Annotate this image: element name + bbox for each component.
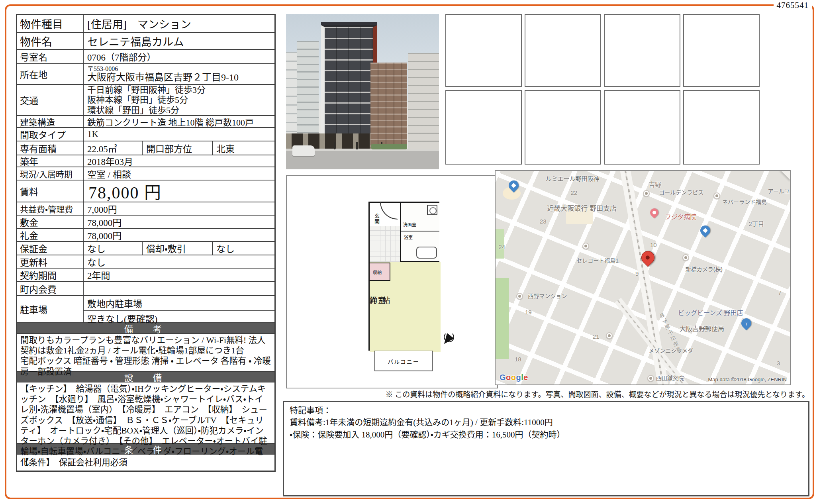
map-label: 新橋カメラ(株): [686, 265, 723, 273]
photo-building-shape: [370, 63, 407, 149]
field-type-value: [住居用] マンション: [84, 15, 274, 32]
table-row: 間取タイプ 1K: [17, 128, 274, 141]
table-row: 物件種目 [住居用] マンション: [17, 15, 274, 33]
map-block-number: 21: [593, 333, 600, 340]
address-text: 大阪府大阪市福島区吉野２丁目9-10: [87, 73, 239, 82]
remarks-paragraph: 間取りもカラープランも豊富なバリエーション / Wi-Fi無料! 法人契約は敷金…: [20, 335, 271, 356]
table-row: 所在地 〒553-0006 大阪府大阪市福島区吉野２丁目9-10: [17, 64, 274, 85]
map-label: 西野マンション: [528, 292, 567, 300]
field-access-value: 千日前線「野田阪神」徒歩3分 阪神本線「野田」徒歩5分 環状線「野田」徒歩5分: [84, 85, 274, 115]
closet-label: 収納: [373, 269, 382, 275]
map-attribution: Map data ©2018 Google, ZENRIN: [708, 377, 787, 382]
map-block-number: 9: [635, 270, 639, 277]
door-swing-icon: [380, 202, 398, 220]
field-parking-label: 駐車場: [17, 296, 84, 322]
field-built-value: 2018年03月: [84, 155, 274, 167]
conditions-text: 【条件】 保証会社利用必須: [17, 455, 274, 471]
field-keymoney-label: 礼金: [17, 229, 84, 241]
special-notes-line: 賃料備考:1年未満の短期違約金有(共込みの1ヶ月) / 更新手数料:11000円: [290, 416, 803, 428]
field-address-value: 〒553-0006 大阪府大阪市福島区吉野２丁目9-10: [84, 64, 274, 84]
washing-machine-icon: [427, 205, 437, 215]
photo-van: [292, 145, 315, 156]
table-row: 町内会費: [17, 282, 274, 296]
table-row: 保証金 なし 償却・敷引 なし: [17, 242, 274, 255]
table-row: 物件名 セレニテ福島カルム: [17, 33, 274, 50]
balcony-label: バルコニー: [375, 357, 432, 365]
map-label: 大阪吉野郵便局: [680, 324, 724, 333]
room-label-line: 約7帖: [370, 296, 391, 306]
table-row: 礼金 78,000円: [17, 229, 274, 242]
field-renewal-value: なし: [84, 255, 274, 268]
building-photo: [286, 14, 439, 169]
photo-placeholder-box: [445, 90, 522, 165]
field-built-label: 築年: [17, 155, 84, 167]
special-notes-box: 特記事項： 賃料備考:1年未満の短期違約金有(共込みの1ヶ月) / 更新手数料:…: [283, 401, 809, 496]
map-block-number: 22: [570, 189, 577, 196]
special-notes-line: ・保険：保険要加入 18,000円（要確認）・カギ交換費用：16,500円（契約…: [290, 429, 803, 441]
field-term-value: 2年間: [84, 269, 274, 281]
table-row: 交通 千日前線「野田阪神」徒歩3分 阪神本線「野田」徒歩5分 環状線「野田」徒歩…: [17, 85, 274, 116]
field-townfee-value: [84, 282, 274, 295]
field-access-label: 交通: [17, 85, 84, 115]
map-label: 西田鍼灸院: [656, 374, 684, 382]
map-block-number: 24: [498, 243, 505, 250]
washroom-label: 洗面室: [403, 221, 416, 227]
photo-pole: [334, 142, 335, 149]
field-fee-value: 7,000円: [84, 202, 274, 215]
field-deposit-label: 敷金: [17, 216, 84, 228]
floor-plan-drawing: 玄関 洗面室 浴室 収納 洋室 約7帖: [368, 202, 439, 351]
map-pin-blue-icon: [698, 223, 712, 237]
field-guarantee-value: なし: [84, 242, 143, 255]
map-block-number: 18: [515, 356, 521, 363]
property-flyer-page: 4765541 物件種目 [住居用] マンション 物件名 セレニテ福島カルム 号…: [0, 0, 819, 504]
main-room-area: 収納 洋室 約7帖: [370, 262, 441, 352]
postal-code: 〒553-0006: [87, 66, 118, 73]
photo-placeholder-box: [683, 14, 760, 87]
map-poi-icon: [582, 243, 589, 249]
table-row: 築年 2018年03月: [17, 155, 274, 167]
closet-area: 収納: [370, 263, 390, 281]
google-logo: Google: [500, 373, 528, 382]
balcony-area: バルコニー: [374, 351, 433, 371]
field-structure-value: 鉄筋コンクリート造 地上10階 総戸数100戸: [84, 116, 274, 127]
map-label: 吉野: [649, 179, 661, 189]
disclaimer-text: ※ この資料は物件の概略紹介資料になります。写真、間取図面、設備、概要などが現況…: [283, 388, 809, 399]
field-name-value: セレニテ福島カルム: [84, 33, 274, 49]
map-label: 2丁目: [749, 219, 764, 227]
field-room-label: 号室名: [17, 50, 84, 63]
map-corner-fold: [780, 170, 791, 180]
field-keymoney-value: 78,000円: [84, 229, 274, 241]
washroom-area: 洗面室: [401, 203, 439, 231]
parking-line: 空きなし(要確認): [84, 311, 274, 326]
field-rent-label: 賃料: [17, 180, 84, 202]
map-poi-icon: [516, 293, 523, 300]
field-type-label: 物件種目: [17, 15, 84, 32]
table-row: 契約期間 2年間: [17, 269, 274, 282]
floor-plan-panel: 玄関 洗面室 浴室 収納 洋室 約7帖 バルコニー: [286, 175, 498, 388]
map-park-area: [496, 278, 509, 359]
table-row: 建築構造 鉄筋コンクリート造 地上10階 総戸数100戸: [17, 116, 274, 128]
field-facing-label: 開口部方位: [143, 141, 213, 155]
map-label: 近畿大阪銀行 野田支店: [547, 203, 617, 213]
map-label: ルミエール野田阪神: [546, 174, 600, 182]
field-address-label: 所在地: [17, 64, 84, 84]
field-parking-value: 敷地内駐車場 空きなし(要確認): [84, 296, 274, 322]
special-notes-title: 特記事項：: [290, 404, 803, 416]
photo-pole: [356, 142, 358, 149]
table-row: 共益費・管理費 7,000円: [17, 202, 274, 216]
field-structure-label: 建築構造: [17, 116, 84, 127]
photo-main-tower: [321, 25, 377, 151]
bath-label: 浴室: [404, 234, 413, 240]
map-block-number: 7: [778, 289, 781, 296]
field-fee-label: 共益費・管理費: [17, 202, 84, 215]
map-label: セレコート福島1: [576, 256, 619, 264]
map-label: ビッグビーンズ 野田店: [678, 308, 743, 317]
field-renewal-label: 更新料: [17, 255, 84, 268]
map-label: アールユーアー: [768, 187, 791, 195]
field-amortization-label: 償却・敷引: [143, 242, 213, 255]
entrance-area: 玄関: [370, 203, 401, 262]
table-row: 駐車場 敷地内駐車場 空きなし(要確認): [17, 296, 274, 323]
property-table: 物件種目 [住居用] マンション 物件名 セレニテ福島カルム 号室名 0706（…: [16, 14, 276, 472]
map-poi-icon: [713, 192, 720, 199]
map-poi-icon: [643, 190, 650, 197]
